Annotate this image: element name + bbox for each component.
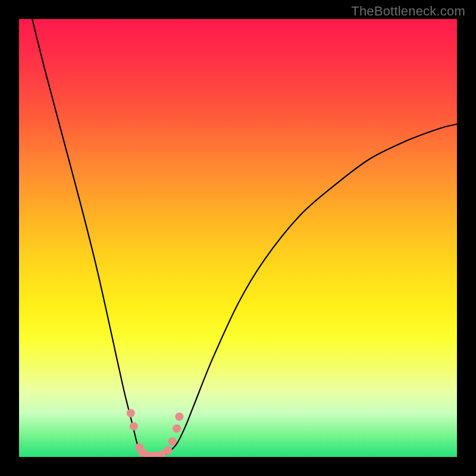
marker-dot: [164, 446, 172, 455]
marker-dot: [127, 409, 135, 417]
curve-layer: [19, 19, 457, 457]
plot-area: [19, 19, 457, 457]
marker-dot: [168, 437, 177, 446]
marker-dot: [130, 422, 138, 431]
marker-dot: [175, 412, 183, 421]
bottleneck-curve-path: [32, 19, 457, 457]
watermark-text: TheBottleneck.com: [351, 4, 465, 19]
marker-dot: [173, 424, 181, 433]
chart-frame: TheBottleneck.com: [0, 0, 476, 476]
